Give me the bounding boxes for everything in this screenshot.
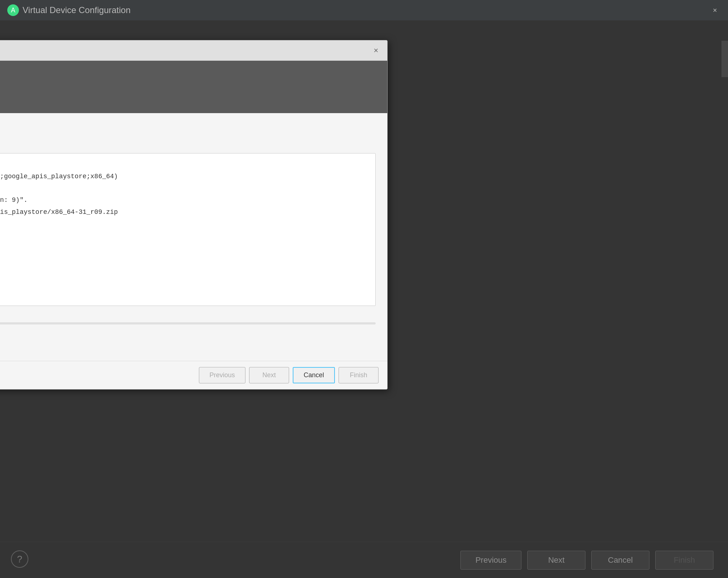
sdk-dialog-close-button[interactable]: × — [371, 46, 381, 55]
sdk-dialog-title: SDK Quickfix Installation — [0, 46, 371, 55]
download-url-line: dl.google.com/android/repository/sys-img… — [0, 328, 376, 335]
sdk-dialog-footer: Previous Next Cancel Finish — [0, 361, 387, 389]
info-line: i Please wait until the installation fin… — [0, 340, 376, 351]
log-line-5: Downloading https://dl.google.com/androi… — [0, 207, 369, 218]
window-close-button[interactable]: × — [709, 4, 721, 16]
app-icon: A — [7, 4, 19, 16]
status-label: Starting download... — [0, 312, 376, 319]
log-line-1: Packages to install: — [0, 159, 369, 170]
sdk-finish-button[interactable]: Finish — [339, 367, 379, 383]
sdk-dialog-content: Installing Requested Components SDK Path… — [0, 113, 387, 361]
log-line-2: - Google Play Intel x86 Atom_64 System I… — [0, 171, 369, 182]
component-installer-header: AI Component Installer — [0, 61, 387, 113]
sdk-dialog-titlebar: A SDK Quickfix Installation × — [0, 40, 387, 61]
sdk-next-button[interactable]: Next — [249, 367, 289, 383]
installing-title: Installing Requested Components — [0, 123, 376, 135]
window-title: Virtual Device Configuration — [23, 5, 131, 15]
sdk-cancel-button[interactable]: Cancel — [293, 367, 335, 383]
log-line-4: Preparing "Install Google Play Intel x86… — [0, 195, 369, 206]
progress-bar-container — [0, 322, 376, 324]
sdk-path-line: SDK Path: D:\repository\SDK — [0, 140, 376, 148]
log-line-3 — [0, 183, 369, 194]
main-window: A Virtual Device Configuration × Sel Rec… — [0, 0, 728, 578]
log-area[interactable]: Packages to install: - Google Play Intel… — [0, 153, 376, 306]
svg-text:A: A — [11, 7, 15, 14]
sdk-previous-button[interactable]: Previous — [199, 367, 245, 383]
title-bar: A Virtual Device Configuration × — [0, 0, 728, 20]
sdk-dialog: A SDK Quickfix Installation × AI Compone… — [0, 40, 388, 390]
